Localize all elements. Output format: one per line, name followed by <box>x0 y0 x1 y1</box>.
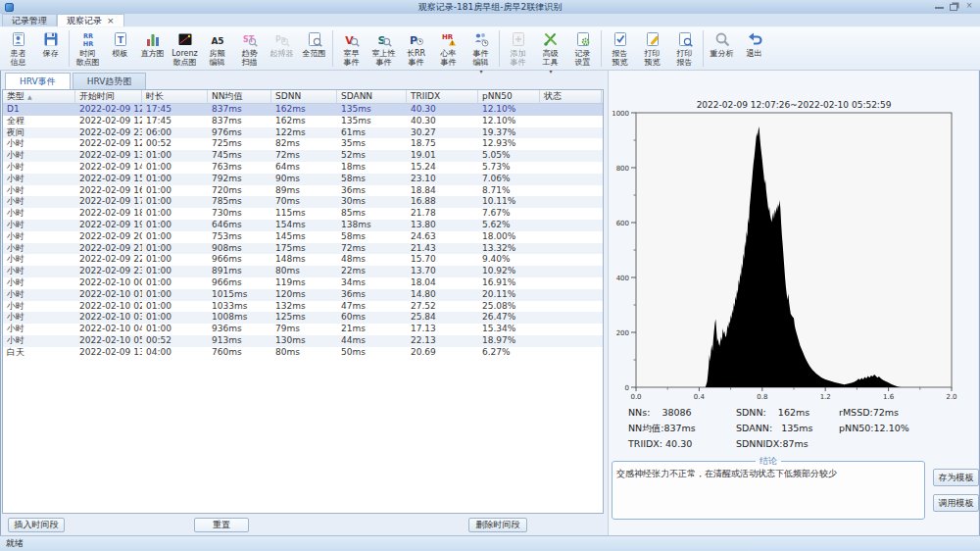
toolbar-lorenz-scatter-button[interactable]: Lorenz散点图 <box>169 28 201 69</box>
column-header-5[interactable]: SDNN <box>271 90 337 103</box>
column-header-1[interactable]: 类型▲ <box>3 90 75 103</box>
column-header-4[interactable]: NN均值 <box>208 90 271 103</box>
table-row[interactable]: 夜间2022-02-09 23:0006:00976ms122ms61ms30.… <box>3 127 603 139</box>
table-row[interactable]: 小时2022-02-09 15:0001:00792ms90ms58ms23.1… <box>3 174 603 185</box>
table-row[interactable]: 小时2022-02-09 20:0001:00753ms145ms58ms24.… <box>3 231 603 243</box>
table-row[interactable]: 小时2022-02-09 17:0001:00785ms70ms30ms16.8… <box>3 196 603 208</box>
conclusion-box: 结论 交感神经张力不正常，在清醒或活动状态下低频部分较少 <box>612 455 925 520</box>
reset-button[interactable]: 重置 <box>194 518 249 532</box>
table-cell: 小时 <box>3 277 75 289</box>
table-row[interactable]: 小时2022-02-10 01:0001:001015ms120ms36ms14… <box>3 289 603 301</box>
a5-icon: A5 <box>209 30 226 48</box>
table-row[interactable]: 小时2022-02-09 12:0700:52725ms82ms35ms18.7… <box>3 138 603 150</box>
toolbar-long-rr-event-button[interactable]: P长RR事件 <box>400 28 432 69</box>
table-cell: 小时 <box>3 138 75 150</box>
table-cell: 16.88 <box>407 196 478 208</box>
column-header-9[interactable]: 状态 <box>540 90 602 103</box>
table-row[interactable]: 小时2022-02-10 05:0000:52913ms130ms44ms22.… <box>3 335 603 347</box>
insert-period-button[interactable]: 插入时间段 <box>8 518 65 532</box>
conclusion-text[interactable]: 交感神经张力不正常，在清醒或活动状态下低频部分较少 <box>612 468 924 480</box>
column-header-2[interactable]: 开始时间 <box>75 90 142 103</box>
table-cell: 7.06% <box>478 174 540 185</box>
table-cell: 12.93% <box>478 138 540 150</box>
table-cell: 966ms <box>208 254 271 266</box>
load-template-button[interactable]: 调用模板 <box>933 494 979 512</box>
toolbar-svc-event-button[interactable]: S室上性事件 <box>368 28 400 69</box>
minimize-icon[interactable] <box>935 2 944 9</box>
tab-observation-record[interactable]: 观察记录 × <box>57 14 124 26</box>
toolbar-event-edit-button[interactable]: 事件编辑▾ <box>465 28 497 69</box>
table-row[interactable]: 小时2022-02-10 03:0001:001008ms125ms60ms25… <box>3 312 603 324</box>
stat-value: TRIIDX: 40.30 <box>628 437 696 453</box>
table-row[interactable]: 小时2022-02-09 22:0001:00966ms148ms48ms15.… <box>3 254 603 266</box>
save-as-template-button[interactable]: 存为模板 <box>933 469 979 486</box>
toolbar-save-button[interactable]: 保存 <box>34 28 67 69</box>
table-cell: 119ms <box>271 277 337 289</box>
toolbar-hr-event-button[interactable]: HR!心率事件 <box>432 28 465 69</box>
table-cell: 16.91% <box>478 277 540 289</box>
table-row[interactable]: 小时2022-02-09 13:0001:00745ms72ms52ms19.0… <box>3 150 603 162</box>
close-icon[interactable]: × <box>963 2 975 11</box>
table-row[interactable]: 小时2022-02-10 04:0001:00936ms79ms21ms17.1… <box>3 324 603 335</box>
table-cell: 47ms <box>337 301 407 313</box>
column-header-6[interactable]: SDANN <box>337 90 407 103</box>
toolbar-button-label: 直方图 <box>141 49 165 58</box>
column-header-8[interactable]: pNN50 <box>478 90 540 103</box>
toolbar-reanalyze-button[interactable]: 重分析 <box>706 28 738 69</box>
toolbar-patient-info-button[interactable]: 患者信息 <box>2 28 34 69</box>
toolbar-pvc-event-button[interactable]: V室早事件 <box>335 28 368 69</box>
toolbar-separator <box>601 30 602 67</box>
window-title: 观察记录-181房早组-房早2联律识别 <box>0 1 980 14</box>
table-row[interactable]: 小时2022-02-10 02:0001:001033ms132ms47ms27… <box>3 301 603 313</box>
tab-label: 记录管理 <box>12 15 47 27</box>
table-cell: 全程 <box>3 116 75 127</box>
table-row[interactable]: 小时2022-02-09 23:0001:00891ms80ms22ms13.7… <box>3 266 603 277</box>
table-row[interactable]: 小时2022-02-09 14:0001:00763ms64ms18ms15.2… <box>3 162 603 174</box>
rr-hr-scatter-icon: RRHR <box>79 30 97 48</box>
table-row[interactable]: D12022-02-09 12:0717:45837ms162ms135ms40… <box>3 104 603 116</box>
stat-value: NN均值:837ms <box>628 422 696 437</box>
toolbar-exit-button[interactable]: 退出 <box>738 28 770 69</box>
toolbar-button-label: Lorenz散点图 <box>172 49 198 67</box>
table-row[interactable]: 小时2022-02-09 16:0001:00720ms89ms36ms18.8… <box>3 185 603 197</box>
toolbar-full-range-button[interactable]: 全范围 <box>298 28 330 69</box>
table-cell: 936ms <box>208 324 271 335</box>
toolbar-print-preview-button[interactable]: 打印预览 <box>636 28 668 69</box>
toolbar-afib-edit-button[interactable]: A5房颤编辑 <box>201 28 233 69</box>
table-row[interactable]: 小时2022-02-09 18:0001:00730ms115ms85ms21.… <box>3 208 603 220</box>
table-row[interactable]: 小时2022-02-10 00:0001:00966ms119ms34ms18.… <box>3 277 603 289</box>
toolbar-button-label: 室上性事件 <box>372 49 396 67</box>
table-row[interactable]: 小时2022-02-09 19:0001:00646ms154ms138ms13… <box>3 220 603 231</box>
table-cell: 17:45 <box>142 104 208 116</box>
restore-icon[interactable] <box>950 4 957 11</box>
svg-text:A5: A5 <box>211 36 223 46</box>
table-body: D12022-02-09 12:0717:45837ms162ms135ms40… <box>3 104 603 359</box>
toolbar-template-button[interactable]: T模板 <box>104 28 136 69</box>
tab-close-icon[interactable]: × <box>107 17 115 25</box>
tab-record-management[interactable]: 记录管理 <box>2 14 57 26</box>
delete-period-button[interactable]: 删除时间段 <box>468 518 527 532</box>
svg-text:400: 400 <box>616 275 629 282</box>
table-cell: 2022-02-09 12:07 <box>75 138 142 150</box>
column-header-3[interactable]: 时长 <box>142 90 208 103</box>
table-row[interactable]: 全程2022-02-09 12:0717:45837ms162ms135ms40… <box>3 116 603 127</box>
toolbar-advanced-tools-button[interactable]: 高级工具▾ <box>534 28 566 69</box>
toolbar-trend-scan-button[interactable]: ST趋势扫描 <box>233 28 266 69</box>
tab-hrv-events[interactable]: HRV事件 <box>5 73 71 89</box>
hr-warning-icon: HR! <box>440 30 458 48</box>
toolbar-record-settings-button[interactable]: 记录设置 <box>566 28 599 69</box>
table-cell: 小时 <box>3 208 75 220</box>
svg-text:800: 800 <box>616 165 629 173</box>
toolbar-report-preview-button[interactable]: 报告预览 <box>604 28 636 69</box>
toolbar-print-report-button[interactable]: 打印报告▾ <box>668 28 701 69</box>
tab-hrv-trend[interactable]: HRV趋势图 <box>73 73 147 89</box>
table-cell: 145ms <box>271 231 337 243</box>
table-row[interactable]: 小时2022-02-09 21:0001:00908ms175ms72ms21.… <box>3 243 603 255</box>
table-cell: 130ms <box>271 335 337 347</box>
table-row[interactable]: 白天2022-02-09 13:0004:00760ms80ms50ms20.6… <box>3 347 603 359</box>
column-header-7[interactable]: TRIIDX <box>407 90 478 103</box>
table-button-bar: 插入时间段 重置 删除时间段 <box>2 514 606 535</box>
toolbar-time-scatter-button[interactable]: RRHR时间散点图 <box>72 28 104 69</box>
toolbar-histogram-button[interactable]: 直方图 <box>136 28 169 69</box>
table-cell: 14.80 <box>407 289 478 301</box>
